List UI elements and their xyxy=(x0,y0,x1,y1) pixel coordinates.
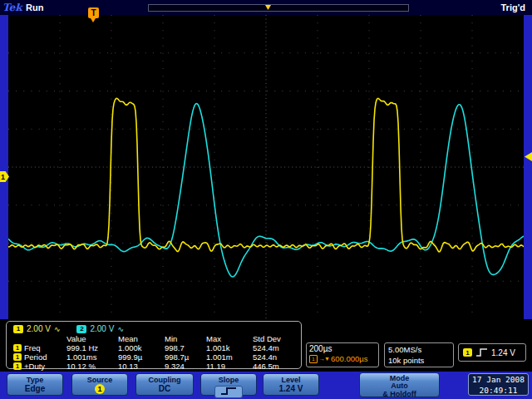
delay-value: 600.000µs xyxy=(331,354,368,363)
record-view-bar xyxy=(148,4,409,12)
readout-band: 1 2.00 V ∿ 2 2.00 V ∿ ValueMeanMinMaxStd… xyxy=(0,319,532,372)
type-button[interactable]: Type Edge xyxy=(7,373,63,396)
ch1-badge: 1 xyxy=(13,325,23,333)
acquisition-readout: 5.00MS/s 10k points xyxy=(384,342,454,367)
meas-mean: 1.000k xyxy=(118,343,165,352)
ch2-scale: 2.00 V xyxy=(90,324,114,333)
record-length: 10k points xyxy=(388,355,450,366)
oscilloscope-ui: Tek Run Trig'd T 1 1 2.00 V ∿ 2 2.00 V ∿ xyxy=(0,0,532,399)
status-bar: Tek Run Trig'd xyxy=(0,0,532,15)
tek-logo: Tek xyxy=(2,2,22,13)
meas-min: 998.7 xyxy=(165,343,206,352)
ch2-bandwidth-icon: ∿ xyxy=(117,325,124,333)
source-button-title: Source xyxy=(72,376,127,384)
meas-name-cell: 1+Duty xyxy=(13,362,66,371)
acquisition-status: Run xyxy=(26,2,43,12)
ch1-bandwidth-icon: ∿ xyxy=(54,325,61,333)
delay-ch-badge: 1 xyxy=(309,355,318,363)
measurement-rows: 1Freq999.1 Hz1.000k998.71.001k524.4m1Per… xyxy=(7,343,301,371)
meas-name-cell: 1Period xyxy=(13,352,66,362)
measurement-row: 1Period1.001ms999.9µ998.7µ1.001m524.4n xyxy=(7,352,301,362)
coupling-button-value: DC xyxy=(136,384,193,393)
measurement-panel: 1 2.00 V ∿ 2 2.00 V ∿ ValueMeanMinMaxStd… xyxy=(6,321,302,369)
datetime-display: 17 Jan 2008 20:49:11 xyxy=(468,373,529,396)
meas-max: 11.19 xyxy=(206,362,253,371)
date-display: 17 Jan 2008 xyxy=(469,374,528,385)
meas-min: 998.7µ xyxy=(165,352,206,362)
trigger-time-flag: T xyxy=(88,7,99,18)
meas-col-header: Max xyxy=(206,334,253,343)
meas-max: 1.001m xyxy=(206,352,253,362)
trigger-source-badge: 1 xyxy=(463,348,472,357)
time-display: 20:49:11 xyxy=(469,385,528,396)
meas-name: +Duty xyxy=(24,362,45,371)
meas-mean: 10.13 xyxy=(118,362,165,371)
meas-col-header: Min xyxy=(165,334,206,343)
meas-col-header: Value xyxy=(66,334,118,343)
slope-button[interactable]: Slope xyxy=(200,373,257,396)
measurement-row: 1Freq999.1 Hz1.000k998.71.001k524.4m xyxy=(7,343,301,352)
meas-name: Period xyxy=(24,352,47,362)
meas-stddev: 446.5m xyxy=(253,362,303,371)
slope-button-title: Slope xyxy=(201,376,256,384)
waveform-plot xyxy=(8,15,524,319)
meas-col-header: Mean xyxy=(118,334,165,343)
meas-header-spacer xyxy=(13,334,66,343)
delay-readout-line: 1 →▼ 600.000µs xyxy=(309,354,376,363)
timebase-readout: 200µs xyxy=(309,344,376,353)
meas-value: 10.12 % xyxy=(66,362,118,371)
type-button-title: Type xyxy=(7,376,62,384)
mode-button-value-2: & Holdoff xyxy=(360,391,439,399)
horizontal-readout: 200µs 1 →▼ 600.000µs xyxy=(306,342,379,367)
source-channel-badge: 1 xyxy=(95,384,105,394)
meas-col-header: Std Dev xyxy=(253,334,303,343)
level-button[interactable]: Level 1.24 V xyxy=(263,373,319,396)
rising-edge-icon xyxy=(475,347,488,357)
level-button-value: 1.24 V xyxy=(264,384,318,393)
coupling-button[interactable]: Coupling DC xyxy=(135,373,194,396)
level-button-title: Level xyxy=(264,376,318,384)
trigger-level-marker xyxy=(525,152,532,161)
meas-max: 1.001k xyxy=(206,343,253,352)
meas-value: 1.001ms xyxy=(66,352,118,362)
source-channel-label: 1 xyxy=(97,385,101,393)
meas-source-badge: 1 xyxy=(13,344,22,352)
meas-stddev: 524.4n xyxy=(253,352,303,362)
measurement-row: 1+Duty10.12 %10.139.32411.19446.5m xyxy=(7,362,301,371)
meas-name-cell: 1Freq xyxy=(13,343,66,352)
trigger-flag-label: T xyxy=(91,8,96,17)
coupling-button-title: Coupling xyxy=(136,376,193,384)
delay-marker-icon: →▼ xyxy=(319,356,329,362)
ch1-scale: 2.00 V xyxy=(27,324,51,333)
trigger-status: Trig'd xyxy=(500,2,525,12)
source-button[interactable]: Source 1 xyxy=(71,373,128,396)
meas-name: Freq xyxy=(24,343,41,352)
menu-bar: Type Edge Source 1 Coupling DC Slope Lev… xyxy=(0,372,532,399)
trigger-readout: 1 1.24 V xyxy=(458,343,526,362)
meas-stddev: 524.4m xyxy=(253,343,303,352)
measurement-header-row: ValueMeanMinMaxStd Dev xyxy=(7,334,301,343)
meas-min: 9.324 xyxy=(165,362,206,371)
ch2-badge: 2 xyxy=(76,325,86,333)
meas-source-badge: 1 xyxy=(13,353,22,361)
meas-value: 999.1 Hz xyxy=(66,343,118,352)
type-button-value: Edge xyxy=(7,384,62,393)
graticule-display xyxy=(8,15,524,319)
mode-button[interactable]: Mode Auto & Holdoff xyxy=(359,372,440,397)
graticule-grid xyxy=(8,15,524,319)
meas-source-badge: 1 xyxy=(13,362,22,370)
ch1-marker-label: 1 xyxy=(1,173,5,181)
trigger-position-marker xyxy=(265,5,271,10)
channel-scale-row: 1 2.00 V ∿ 2 2.00 V ∿ xyxy=(7,322,301,334)
sample-rate: 5.00MS/s xyxy=(388,344,450,355)
meas-mean: 999.9µ xyxy=(118,352,165,362)
rising-edge-icon xyxy=(214,386,243,398)
trigger-level-readout: 1.24 V xyxy=(491,348,515,357)
ch2-waveform xyxy=(8,104,524,277)
